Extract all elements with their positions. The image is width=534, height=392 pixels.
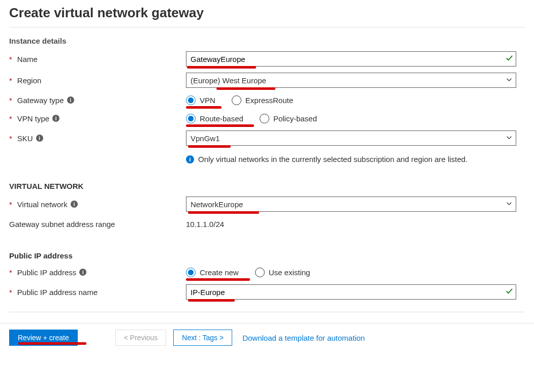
info-vnet-text: Only virtual networks in the currently s… xyxy=(198,155,467,164)
annotation-underline xyxy=(186,124,254,127)
gateway-type-radio-group: VPN ExpressRoute xyxy=(186,95,516,105)
row-sku: * SKU i VpnGw1 xyxy=(9,127,525,149)
radio-vpn-routebased[interactable]: Route-based xyxy=(186,114,243,123)
label-vnet-text: Virtual network xyxy=(17,200,68,209)
required-marker: * xyxy=(9,269,12,276)
region-dropdown[interactable]: (Europe) West Europe xyxy=(186,73,516,88)
vnet-dropdown[interactable]: NetworkEurope xyxy=(186,197,516,212)
name-input[interactable] xyxy=(186,51,516,67)
row-gateway-subnet: Gateway subnet address range 10.1.1.0/24 xyxy=(9,215,525,233)
chevron-down-icon xyxy=(506,76,513,85)
label-name: * Name xyxy=(9,55,186,63)
label-public-ip-name-text: Public IP address name xyxy=(17,288,98,297)
label-region-text: Region xyxy=(17,76,42,85)
gateway-subnet-value: 10.1.1.0/24 xyxy=(186,220,224,228)
row-virtual-network: * Virtual network i NetworkEurope xyxy=(9,193,525,215)
radio-gateway-vpn-label: VPN xyxy=(200,96,215,105)
row-region: * Region (Europe) West Europe xyxy=(9,70,525,91)
radio-circle-icon xyxy=(186,268,196,277)
radio-circle-icon xyxy=(232,95,241,105)
required-marker: * xyxy=(9,135,12,142)
annotation-underline xyxy=(186,106,222,109)
download-template-link[interactable]: Download a template for automation xyxy=(242,334,365,342)
required-marker: * xyxy=(9,288,12,296)
sku-dropdown[interactable]: VpnGw1 xyxy=(186,130,516,146)
label-gateway-type-text: Gateway type xyxy=(17,96,64,105)
row-gateway-type: * Gateway type i VPN ExpressRoute xyxy=(9,91,525,109)
label-sku: * SKU i xyxy=(9,134,186,143)
radio-circle-icon xyxy=(260,114,269,123)
chevron-down-icon xyxy=(506,200,513,209)
radio-gateway-vpn[interactable]: VPN xyxy=(186,95,215,105)
radio-circle-icon xyxy=(186,95,196,105)
check-icon xyxy=(506,287,513,297)
radio-public-ip-create[interactable]: Create new xyxy=(186,268,239,277)
info-icon[interactable]: i xyxy=(71,201,78,208)
required-marker: * xyxy=(9,55,12,63)
section-instance-details: Instance details xyxy=(9,37,525,45)
check-icon xyxy=(506,54,513,63)
sku-value: VpnGw1 xyxy=(191,134,220,143)
radio-routebased-label: Route-based xyxy=(200,114,243,123)
required-marker: * xyxy=(9,96,12,104)
next-tags-button[interactable]: Next : Tags > xyxy=(173,330,232,346)
radio-circle-icon xyxy=(255,268,265,277)
divider-top xyxy=(9,27,525,27)
label-public-ip: * Public IP address i xyxy=(9,268,186,277)
label-public-ip-text: Public IP address xyxy=(17,268,76,277)
page-title: Create virtual network gateway xyxy=(9,5,525,21)
chevron-down-icon xyxy=(506,134,513,143)
previous-button: < Previous xyxy=(115,330,167,346)
radio-circle-icon xyxy=(186,114,196,123)
radio-gateway-expressroute[interactable]: ExpressRoute xyxy=(232,95,293,105)
section-public-ip: Public IP address xyxy=(9,251,525,260)
required-marker: * xyxy=(9,201,12,208)
label-vpn-type: * VPN type i xyxy=(9,114,186,123)
label-region: * Region xyxy=(9,76,186,85)
label-vnet: * Virtual network i xyxy=(9,200,186,209)
vnet-value: NetworkEurope xyxy=(191,200,243,209)
radio-gateway-er-label: ExpressRoute xyxy=(245,96,293,105)
row-public-ip: * Public IP address i Create new Use exi… xyxy=(9,263,525,281)
row-vpn-type: * VPN type i Route-based Policy-based xyxy=(9,109,525,127)
vpn-type-radio-group: Route-based Policy-based xyxy=(186,114,516,123)
label-name-text: Name xyxy=(17,55,38,63)
radio-vpn-policybased[interactable]: Policy-based xyxy=(260,114,317,123)
annotation-underline xyxy=(186,278,250,281)
info-icon[interactable]: i xyxy=(52,115,59,122)
radio-public-ip-existing[interactable]: Use existing xyxy=(255,268,310,277)
row-name: * Name xyxy=(9,48,525,70)
radio-create-new-label: Create new xyxy=(200,268,239,277)
footer-bar: Review + create < Previous Next : Tags >… xyxy=(0,323,534,352)
row-public-ip-name: * Public IP address name xyxy=(9,281,525,303)
section-virtual-network: VIRTUAL NETWORK xyxy=(9,182,525,190)
info-icon[interactable]: i xyxy=(36,135,43,142)
info-icon[interactable]: i xyxy=(79,269,86,276)
info-icon[interactable]: i xyxy=(67,96,74,104)
label-sku-text: SKU xyxy=(17,134,33,143)
public-ip-radio-group: Create new Use existing xyxy=(186,268,516,277)
review-create-button[interactable]: Review + create xyxy=(9,330,78,346)
label-gateway-subnet-text: Gateway subnet address range xyxy=(9,220,115,228)
label-gateway-subnet: Gateway subnet address range xyxy=(9,220,186,228)
info-vnet-line: i Only virtual networks in the currently… xyxy=(186,155,525,164)
label-public-ip-name: * Public IP address name xyxy=(9,288,186,297)
public-ip-name-input[interactable] xyxy=(186,284,516,300)
radio-use-existing-label: Use existing xyxy=(269,268,310,277)
region-value: (Europe) West Europe xyxy=(191,76,266,85)
radio-policybased-label: Policy-based xyxy=(273,114,317,123)
info-icon: i xyxy=(186,155,194,164)
divider-footer xyxy=(9,312,525,312)
label-gateway-type: * Gateway type i xyxy=(9,96,186,105)
required-marker: * xyxy=(9,115,12,122)
required-marker: * xyxy=(9,77,12,84)
label-vpn-type-text: VPN type xyxy=(17,114,49,123)
